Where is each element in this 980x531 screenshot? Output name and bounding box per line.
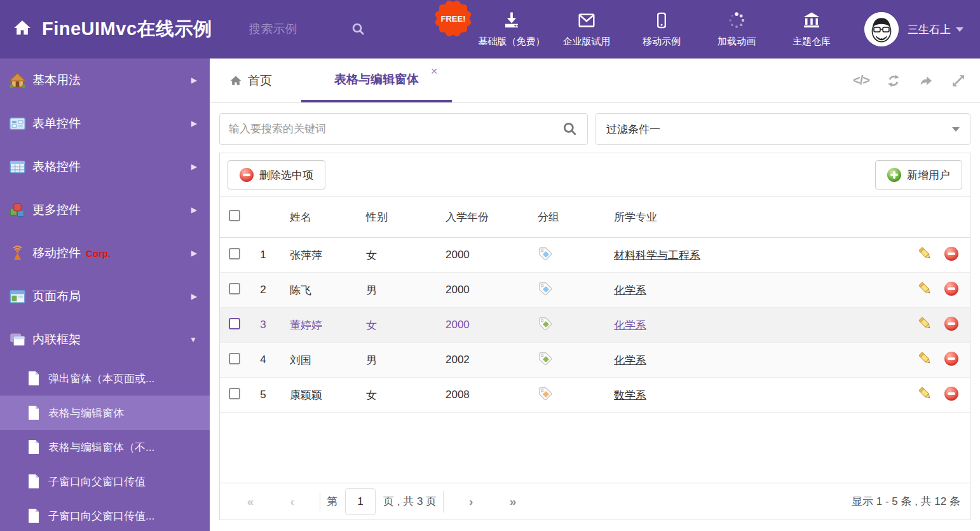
sidebar-subitem[interactable]: 子窗口向父窗口传值... xyxy=(0,499,210,531)
chevron-right-icon: ▶ xyxy=(191,205,197,214)
delete-selected-button[interactable]: 删除选中项 xyxy=(228,160,325,190)
refresh-button[interactable] xyxy=(886,73,901,88)
nav-enterprise-trial[interactable]: 企业版试用 xyxy=(549,11,624,48)
cell-name: 张萍萍 xyxy=(277,248,353,263)
edit-button[interactable] xyxy=(905,246,932,264)
header-search[interactable] xyxy=(249,22,366,37)
sidebar-subitem[interactable]: 子窗口向父窗口传值 xyxy=(0,464,210,499)
tag-icon xyxy=(538,316,553,331)
delete-button[interactable] xyxy=(932,352,970,369)
major-link[interactable]: 化学系 xyxy=(614,354,646,366)
tag-icon xyxy=(538,281,553,296)
sidebar-item[interactable]: 内联框架 ▶ ▼ xyxy=(0,318,210,361)
edit-button[interactable] xyxy=(905,351,932,369)
sidebar-subitem-label: 弹出窗体（本页面或... xyxy=(48,371,154,386)
keyword-search-input[interactable] xyxy=(229,123,562,135)
source-code-button[interactable]: </> xyxy=(853,73,869,88)
sidebar-item[interactable]: 表单控件 ▶ ▼ xyxy=(0,102,210,145)
delete-button[interactable] xyxy=(932,387,970,404)
delete-button[interactable] xyxy=(932,282,970,299)
share-button[interactable] xyxy=(918,73,934,88)
edit-button[interactable] xyxy=(905,316,932,334)
edit-button[interactable] xyxy=(905,281,932,299)
row-checkbox[interactable] xyxy=(229,388,240,399)
add-user-button[interactable]: 新增用户 xyxy=(875,160,962,190)
last-page-button[interactable]: » xyxy=(492,495,534,509)
table-row[interactable]: 5 康颖颖 女 2008 数学系 xyxy=(220,378,970,413)
expand-button[interactable] xyxy=(951,73,966,88)
nav-label: 基础版（免费） xyxy=(479,36,545,48)
minus-circle-icon xyxy=(944,387,958,401)
row-index: 4 xyxy=(249,354,277,366)
row-checkbox[interactable] xyxy=(229,353,240,364)
minus-circle-icon xyxy=(240,168,254,182)
cell-year: 2002 xyxy=(433,354,525,366)
prev-page-button[interactable]: ‹ xyxy=(271,495,313,509)
search-icon xyxy=(351,22,366,37)
table-row[interactable]: 2 陈飞 男 2000 化学系 xyxy=(220,273,970,308)
sidebar-item-label: 页面布局 xyxy=(32,288,81,305)
page-prefix: 第 xyxy=(327,494,337,509)
next-page-button[interactable]: › xyxy=(450,495,492,509)
sidebar-item[interactable]: 页面布局 ▶ ▼ xyxy=(0,275,210,318)
row-index: 2 xyxy=(249,284,277,296)
home-icon[interactable] xyxy=(13,19,32,39)
sidebar-subitem[interactable]: 表格与编辑窗体 xyxy=(0,396,210,430)
chevron-right-icon: ▶ xyxy=(191,76,197,85)
major-link[interactable]: 材料科学与工程系 xyxy=(614,249,700,261)
table-row[interactable]: 1 张萍萍 女 2000 材料科学与工程系 xyxy=(220,238,970,273)
delete-button[interactable] xyxy=(932,247,970,264)
sidebar-item-icon xyxy=(9,115,26,132)
sidebar-item[interactable]: 表格控件 ▶ ▼ xyxy=(0,145,210,188)
table-row[interactable]: 4 刘国 男 2002 化学系 xyxy=(220,343,970,378)
sidebar-item[interactable]: 更多控件 ▶ ▼ xyxy=(0,188,210,231)
sidebar-item-icon xyxy=(9,245,26,262)
nav-basic-edition[interactable]: 基础版（免费） xyxy=(474,11,549,48)
chevron-right-icon: ▶ xyxy=(191,249,197,258)
cell-gender: 男 xyxy=(353,283,433,298)
cell-year: 2000 xyxy=(433,319,525,331)
sidebar-subitem[interactable]: 表格与编辑窗体（不... xyxy=(0,430,210,464)
tab-home[interactable]: 首页 xyxy=(219,59,282,102)
edit-button[interactable] xyxy=(905,386,932,404)
sidebar-item-icon xyxy=(9,202,26,219)
record-summary: 显示 1 - 5 条 , 共 12 条 xyxy=(852,494,960,509)
tag-icon xyxy=(538,246,553,261)
keyword-searchbox[interactable] xyxy=(219,113,588,145)
table-row[interactable]: 3 董婷婷 女 2000 化学系 xyxy=(220,308,970,343)
first-page-button[interactable]: « xyxy=(229,495,271,509)
nav-theme-store[interactable]: 主题仓库 xyxy=(774,11,849,48)
delete-button[interactable] xyxy=(932,317,970,334)
select-all-checkbox[interactable] xyxy=(229,210,240,221)
user-menu[interactable]: 三生石上 xyxy=(864,12,963,46)
major-link[interactable]: 化学系 xyxy=(614,284,646,296)
free-badge: FREE! xyxy=(437,3,469,34)
search-icon[interactable] xyxy=(562,121,578,137)
minus-circle-icon xyxy=(944,352,958,366)
row-checkbox[interactable] xyxy=(229,283,240,294)
row-checkbox[interactable] xyxy=(229,248,240,259)
sidebar-subitem[interactable]: 弹出窗体（本页面或... xyxy=(0,361,210,396)
major-link[interactable]: 数学系 xyxy=(614,389,646,401)
filter-dropdown[interactable]: 过滤条件一 xyxy=(595,113,970,145)
page-number-input[interactable] xyxy=(345,488,376,515)
nav-loading-animation[interactable]: 加载动画 xyxy=(699,11,774,48)
cell-year: 2000 xyxy=(433,249,525,261)
tab-grid-edit-window[interactable]: 表格与编辑窗体 ✕ xyxy=(301,59,452,102)
sidebar-item[interactable]: 基本用法 ▶ ▼ xyxy=(0,59,210,102)
sidebar-item[interactable]: 移动控件 Corp. ▶ ▼ xyxy=(0,231,210,275)
pencil-icon xyxy=(918,246,932,261)
sidebar-item-icon xyxy=(9,72,26,89)
row-checkbox[interactable] xyxy=(229,318,240,329)
nav-label: 移动示例 xyxy=(643,36,681,48)
close-icon[interactable]: ✕ xyxy=(430,66,438,76)
nav-label: 企业版试用 xyxy=(563,36,611,48)
pencil-icon xyxy=(918,316,932,331)
chevron-down-icon: ▼ xyxy=(189,335,197,344)
major-link[interactable]: 化学系 xyxy=(614,319,646,331)
tag-icon xyxy=(538,386,553,401)
pencil-icon xyxy=(918,281,932,296)
header-search-input[interactable] xyxy=(249,22,344,36)
cell-year: 2008 xyxy=(433,389,525,401)
nav-mobile-demo[interactable]: 移动示例 xyxy=(624,11,699,48)
